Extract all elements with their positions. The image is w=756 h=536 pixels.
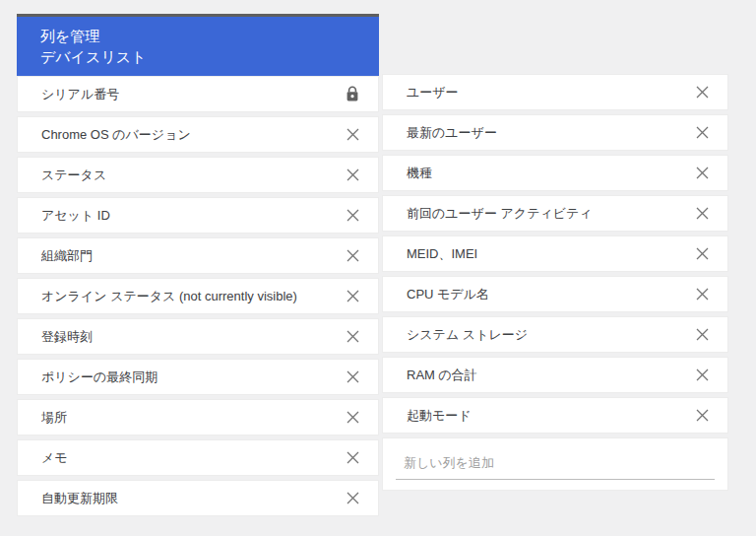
remove-button[interactable] — [692, 164, 712, 183]
column-row[interactable]: メモ — [17, 439, 379, 476]
column-label: 前回のユーザー アクティビティ — [407, 205, 593, 223]
column-label: 機種 — [407, 165, 432, 182]
manage-columns-dialog-right: ユーザー 最新のユーザー 機種 — [382, 74, 728, 491]
close-icon — [696, 288, 709, 301]
remove-button[interactable] — [692, 285, 712, 304]
remove-button[interactable] — [343, 166, 362, 185]
close-icon — [346, 492, 359, 504]
column-label: オンライン ステータス (not currently visible) — [41, 288, 297, 305]
column-row[interactable]: ユーザー — [382, 74, 728, 110]
close-icon — [696, 207, 709, 220]
close-icon — [346, 209, 359, 222]
remove-button[interactable] — [343, 408, 362, 428]
column-row[interactable]: RAM の合計 — [382, 357, 728, 393]
column-row[interactable]: 最新のユーザー — [382, 114, 728, 151]
remove-button[interactable] — [692, 204, 712, 224]
column-label: 登録時刻 — [41, 328, 93, 346]
remove-button[interactable] — [343, 125, 362, 145]
remove-button[interactable] — [692, 83, 712, 102]
close-icon — [696, 368, 709, 381]
remove-button[interactable] — [343, 246, 362, 266]
lock-icon — [343, 85, 362, 104]
column-label: 起動モード — [407, 407, 472, 425]
close-icon — [346, 370, 359, 383]
column-row[interactable]: 起動モード — [382, 397, 728, 434]
column-row[interactable]: オンライン ステータス (not currently visible) — [17, 278, 379, 314]
remove-button[interactable] — [343, 206, 362, 226]
column-row[interactable]: MEID、IMEI — [382, 235, 728, 272]
add-column-row — [382, 437, 728, 491]
manage-columns-dialog-left: 列を管理 デバイスリスト シリアル番号 Chrome OS のバージョン ステー… — [17, 14, 379, 520]
column-label: アセット ID — [41, 207, 110, 225]
close-icon — [346, 249, 359, 262]
close-icon — [346, 451, 359, 464]
close-icon — [346, 290, 359, 302]
column-row[interactable]: 自動更新期限 — [17, 480, 379, 516]
column-label: ユーザー — [407, 84, 459, 101]
column-label: 場所 — [41, 409, 67, 427]
remove-button[interactable] — [692, 244, 712, 264]
remove-button[interactable] — [343, 489, 362, 508]
add-column-input[interactable] — [396, 449, 715, 480]
close-icon — [696, 247, 709, 260]
column-row[interactable]: ステータス — [17, 157, 379, 193]
column-label: Chrome OS のバージョン — [41, 126, 191, 144]
remove-button[interactable] — [343, 368, 362, 387]
column-label: CPU モデル名 — [407, 286, 489, 303]
column-row[interactable]: 組織部門 — [17, 237, 379, 274]
right-column-list: ユーザー 最新のユーザー 機種 — [382, 74, 728, 434]
column-label: 最新のユーザー — [407, 124, 497, 142]
column-row[interactable]: 機種 — [382, 155, 728, 191]
close-icon — [696, 86, 709, 99]
close-icon — [346, 330, 359, 343]
dialog-title: 列を管理 — [40, 26, 363, 46]
column-label: MEID、IMEI — [407, 245, 477, 263]
remove-button[interactable] — [343, 448, 362, 468]
remove-button[interactable] — [692, 325, 712, 345]
column-row[interactable]: 登録時刻 — [17, 318, 379, 355]
column-row[interactable]: アセット ID — [17, 197, 379, 234]
remove-button[interactable] — [692, 366, 712, 385]
column-row[interactable]: ポリシーの最終同期 — [17, 359, 379, 395]
remove-button[interactable] — [692, 123, 712, 143]
close-icon — [696, 409, 709, 422]
column-label: システム ストレージ — [407, 326, 528, 344]
close-icon — [346, 168, 359, 181]
column-row[interactable]: 場所 — [17, 399, 379, 436]
dialog-header: 列を管理 デバイスリスト — [17, 17, 379, 76]
column-row[interactable]: 前回のユーザー アクティビティ — [382, 195, 728, 232]
column-label: RAM の合計 — [407, 367, 477, 384]
left-column-list: シリアル番号 Chrome OS のバージョン ステータス — [17, 76, 379, 516]
close-icon — [696, 328, 709, 341]
column-label: ステータス — [41, 167, 106, 184]
close-icon — [346, 411, 359, 424]
close-icon — [696, 126, 709, 139]
remove-button[interactable] — [692, 406, 712, 426]
column-label: 自動更新期限 — [41, 490, 118, 507]
column-row[interactable]: CPU モデル名 — [382, 276, 728, 312]
column-label: シリアル番号 — [41, 86, 119, 103]
column-row[interactable]: シリアル番号 — [17, 76, 379, 112]
column-label: メモ — [41, 449, 68, 467]
column-label: ポリシーの最終同期 — [41, 368, 158, 386]
column-row[interactable]: Chrome OS のバージョン — [17, 116, 379, 153]
remove-button[interactable] — [343, 327, 362, 347]
close-icon — [696, 167, 709, 179]
close-icon — [346, 128, 359, 141]
column-row[interactable]: システム ストレージ — [382, 316, 728, 353]
column-label: 組織部門 — [41, 247, 93, 265]
remove-button[interactable] — [343, 287, 362, 306]
dialog-subtitle: デバイスリスト — [40, 46, 363, 67]
